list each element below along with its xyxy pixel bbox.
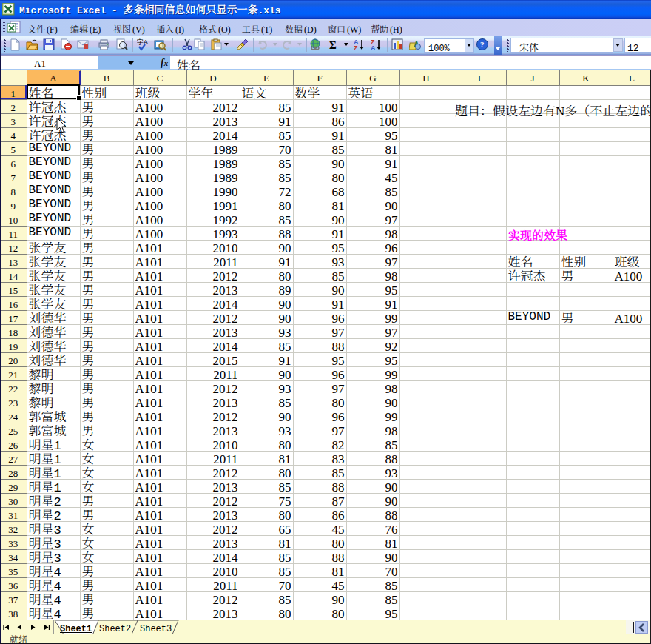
svg-text:字A: 字A [137,38,148,47]
svg-text:Σ: Σ [329,39,337,51]
svg-text:Z: Z [354,44,358,51]
svg-text:A: A [371,44,376,51]
svg-text:?: ? [480,40,485,49]
